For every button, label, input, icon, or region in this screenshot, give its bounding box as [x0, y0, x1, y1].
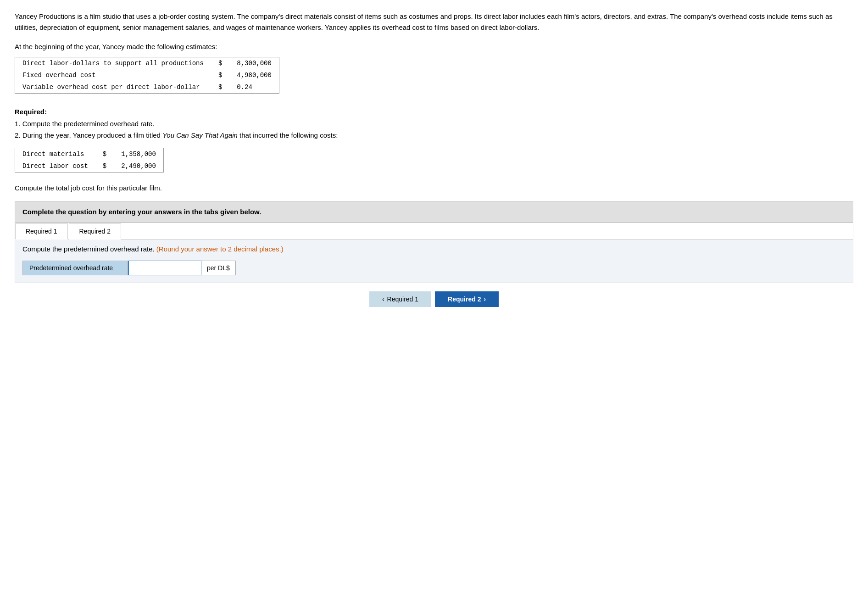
film-cost-row: Direct materials $ 1,358,000 — [15, 148, 163, 160]
tab-required1[interactable]: Required 1 — [15, 223, 68, 240]
film-cost-dollar: $ — [95, 148, 114, 160]
tabs-container: Required 1 Required 2 Compute the predet… — [15, 223, 853, 284]
nav-buttons: ‹ Required 1 Required 2 › — [15, 291, 853, 307]
tabs-row: Required 1 Required 2 — [15, 223, 853, 240]
tab-required2[interactable]: Required 2 — [69, 223, 122, 240]
estimates-value-cell: 4,980,000 — [229, 69, 279, 81]
estimates-dollar-cell: $ — [211, 57, 229, 69]
estimates-intro: At the beginning of the year, Yancey mad… — [15, 41, 853, 52]
orange-note: (Round your answer to 2 decimal places.) — [156, 245, 284, 253]
next-arrow: › — [484, 295, 486, 303]
estimates-label-cell: Direct labor-dollars to support all prod… — [15, 57, 211, 69]
estimates-label-cell: Fixed overhead cost — [15, 69, 211, 81]
compute-text: Compute the total job cost for this part… — [15, 184, 853, 192]
estimates-row: Fixed overhead cost $ 4,980,000 — [15, 69, 279, 81]
film-cost-value: 1,358,000 — [114, 148, 163, 160]
estimates-value-cell: 0.24 — [229, 81, 279, 93]
required-section: Required: 1. Compute the predetermined o… — [15, 106, 853, 141]
answer-unit: per DL$ — [201, 261, 236, 275]
estimates-row: Direct labor-dollars to support all prod… — [15, 57, 279, 69]
tab1-content: Compute the predetermined overhead rate.… — [15, 240, 853, 283]
tab-instruction: Compute the predetermined overhead rate.… — [22, 244, 846, 255]
film-cost-label: Direct labor cost — [15, 160, 95, 172]
answer-row: Predetermined overhead rate per DL$ — [22, 261, 846, 275]
intro-paragraph: Yancey Productions is a film studio that… — [15, 11, 853, 33]
estimates-table: Direct labor-dollars to support all prod… — [15, 57, 279, 94]
film-cost-label: Direct materials — [15, 148, 95, 160]
prev-button[interactable]: ‹ Required 1 — [369, 291, 431, 307]
estimates-dollar-cell: $ — [211, 69, 229, 81]
film-cost-value: 2,490,000 — [114, 160, 163, 172]
estimates-label-cell: Variable overhead cost per direct labor-… — [15, 81, 211, 93]
estimates-value-cell: 8,300,000 — [229, 57, 279, 69]
required-heading: Required: — [15, 108, 47, 116]
film-costs-table: Direct materials $ 1,358,000 Direct labo… — [15, 148, 164, 173]
estimates-dollar-cell: $ — [211, 81, 229, 93]
complete-banner: Complete the question by entering your a… — [15, 201, 853, 223]
film-cost-row: Direct labor cost $ 2,490,000 — [15, 160, 163, 172]
answer-label: Predetermined overhead rate — [22, 261, 128, 275]
next-label: Required 2 — [448, 295, 481, 303]
required-item2: 2. During the year, Yancey produced a fi… — [15, 129, 853, 141]
prev-label: Required 1 — [387, 295, 419, 303]
film-cost-dollar: $ — [95, 160, 114, 172]
next-button[interactable]: Required 2 › — [435, 291, 499, 307]
estimates-row: Variable overhead cost per direct labor-… — [15, 81, 279, 93]
required-item1: 1. Compute the predetermined overhead ra… — [15, 118, 853, 130]
prev-arrow: ‹ — [382, 295, 384, 303]
overhead-rate-input[interactable] — [128, 261, 201, 275]
